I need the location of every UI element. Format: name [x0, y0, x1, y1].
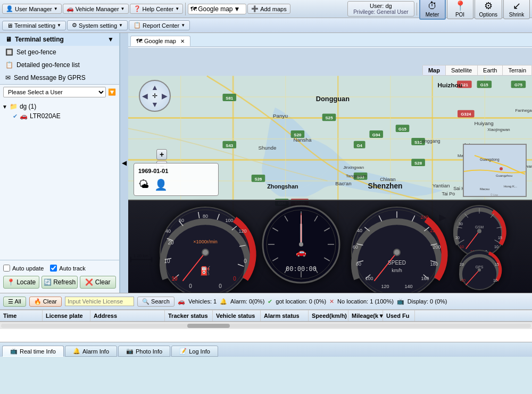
nav-center-icon: ✛ — [152, 92, 157, 100]
user-filter-icon[interactable]: 🔽 — [108, 88, 116, 96]
map-type-earth[interactable]: Earth — [478, 65, 503, 75]
map-type-map[interactable]: Map — [423, 65, 446, 75]
svg-text:100: 100 — [225, 218, 233, 223]
zoom-in-btn[interactable]: + — [156, 149, 167, 160]
svg-text:60: 60 — [178, 218, 184, 223]
speed-label: SPEED — [388, 260, 406, 266]
nav-left-btn[interactable]: ◀ — [142, 92, 148, 100]
left-panel: 🖥 Terminal setting ▼ 🔲 Set geo-fence 📋 D… — [0, 33, 120, 293]
svg-text:10: 10 — [171, 276, 178, 282]
auto-update-input[interactable] — [3, 265, 10, 272]
help-center-btn[interactable]: ❓ Help Center ▼ — [130, 4, 184, 14]
auto-update-checkbox[interactable]: Auto update — [3, 265, 44, 272]
user-select-dropdown[interactable]: Please Select a User — [3, 87, 106, 97]
scrollbar-thumb[interactable] — [187, 324, 230, 328]
tab-photo-info[interactable]: 📷 Photo Info — [118, 346, 170, 357]
locate-btn[interactable]: 📍 Locate — [3, 276, 39, 289]
system-setting-btn[interactable]: ⚙ System setting ▼ — [67, 20, 128, 30]
auto-track-input[interactable] — [50, 265, 57, 272]
meter-btn[interactable]: ⏱ Meter — [419, 0, 446, 20]
bottom-controls: Auto update Auto track 📍 Locate 🔄 Refres… — [0, 260, 119, 293]
status-clear-icon: 🔥 — [34, 298, 41, 305]
col-vehicle: Vehicle status — [213, 310, 261, 321]
clear-btn[interactable]: ❌ Clear — [80, 276, 116, 289]
terminal-setting-btn[interactable]: 🖥 Terminal setting ▼ — [2, 21, 66, 30]
tab-alarm-info[interactable]: 🔔 Alarm Info — [65, 346, 117, 357]
help-icon: ❓ — [134, 5, 141, 12]
user-manager-btn[interactable]: 👤 User Manager ▼ — [2, 4, 62, 14]
svg-text:40: 40 — [356, 228, 362, 233]
tab-log-info[interactable]: 📝 Log Info — [171, 346, 218, 357]
svg-text:Huiyang: Huiyang — [475, 120, 494, 126]
tree-root[interactable]: ▼ 📁 dg (1) — [2, 102, 117, 111]
weather-icon: 🌤 — [138, 178, 149, 191]
vehicle-icon: 🚗 — [178, 298, 185, 305]
status-clear-btn[interactable]: 🔥 Clear — [29, 297, 62, 307]
status-search-icon: 🔍 — [142, 298, 149, 305]
map-tab[interactable]: 🗺 Google map ✕ — [130, 36, 190, 46]
display-icon: 📺 — [397, 298, 404, 305]
tree-expand-icon: ▼ — [2, 104, 7, 110]
status-info: 🚗 Vehicles: 1 🔔 Alarm: 0(0%) ✔ got locat… — [178, 298, 447, 305]
send-message-item[interactable]: ✉ Send Message By GPRS — [0, 71, 119, 84]
report-dropdown-icon: ▼ — [181, 23, 185, 28]
map-select[interactable]: 🗺 Google map ▼ — [188, 4, 246, 14]
mini-map-svg: Guangdong Guangzhou Hong K... Macau © Us… — [464, 145, 527, 197]
locate-icon: 📍 — [7, 278, 15, 286]
map-type-terrain[interactable]: Terrain — [503, 65, 531, 75]
terminal-setting-dropdown[interactable]: 🖥 Terminal setting ▼ — [0, 33, 119, 46]
second-toolbar: 🖥 Terminal setting ▼ ⚙ System setting ▼ … — [0, 18, 532, 33]
checkbox-row: Auto update Auto track — [3, 265, 116, 272]
geo-fence-item[interactable]: 🔲 Set geo-fence — [0, 46, 119, 59]
svg-text:15: 15 — [495, 262, 499, 266]
nav-down-btn[interactable]: ▼ — [151, 100, 159, 109]
center-gauge-svg: 🚗 00:00:00 — [259, 202, 344, 292]
svg-text:0: 0 — [244, 258, 247, 264]
svg-text:Jinxingwan: Jinxingwan — [343, 165, 364, 170]
scrollbar[interactable] — [0, 322, 532, 329]
system-icon: ⚙ — [72, 22, 77, 29]
vehicle-license-input[interactable] — [65, 297, 134, 306]
svg-text:20: 20 — [460, 262, 464, 266]
tree-child[interactable]: ✔ 🚗 LTR020AE — [2, 111, 117, 121]
svg-text:0: 0 — [189, 283, 192, 289]
terminal-expand-icon: ▼ — [107, 36, 114, 43]
scrollbar-track — [1, 324, 531, 328]
svg-text:G324: G324 — [461, 112, 471, 117]
tab-real-info[interactable]: 📺 Real time Info — [2, 346, 64, 357]
add-maps-icon: ➕ — [251, 5, 259, 12]
add-maps-btn[interactable]: ➕ Add maps — [247, 4, 290, 14]
map-type-satellite[interactable]: Satellite — [446, 65, 478, 75]
panel-collapse-handle[interactable]: ◀ — [120, 33, 128, 293]
map-tab-icon: 🗺 — [136, 38, 142, 44]
options-btn[interactable]: ⚙ Options — [475, 0, 502, 19]
svg-text:20: 20 — [455, 236, 460, 240]
nav-control: ▲ ▼ ◀ ▶ ✛ + − — [139, 80, 171, 112]
svg-text:0: 0 — [219, 283, 222, 289]
svg-text:Macau: Macau — [480, 187, 489, 191]
detailed-geo-fence-item[interactable]: 📋 Detailed geo-fence list — [0, 59, 119, 71]
detailed-fence-icon: 📋 — [5, 61, 13, 69]
nav-up-btn[interactable]: ▲ — [151, 83, 159, 92]
no-location-icon: ✕ — [329, 298, 334, 305]
auto-track-checkbox[interactable]: Auto track — [50, 265, 86, 272]
vehicle-manager-btn[interactable]: 🚗 Vehicle Manager ▼ — [63, 4, 129, 14]
terminal-icon: 🖥 — [7, 22, 13, 29]
col-fuel: Used Fu — [383, 310, 415, 321]
svg-text:10: 10 — [493, 278, 497, 282]
report-center-btn[interactable]: 📋 Report Center ▼ — [129, 20, 190, 30]
map-background: S81 S25 S20 S43 G4 G94 G15 S31 S28 S33 — [128, 48, 532, 293]
nav-right-btn[interactable]: ▶ — [162, 92, 168, 100]
map-tab-close-icon[interactable]: ✕ — [180, 38, 185, 44]
status-search-btn[interactable]: 🔍 Search — [137, 297, 174, 307]
poi-btn[interactable]: 📍 POI — [447, 0, 473, 19]
gps-gsm-gauge-svg: 30 20 10 10 0 10 15 GSM 20 — [450, 202, 509, 292]
svg-text:G94: G94 — [372, 133, 381, 137]
shrink-btn[interactable]: ↙ Shrink — [503, 0, 530, 19]
svg-text:10: 10 — [461, 278, 466, 282]
svg-text:10: 10 — [164, 258, 170, 264]
map-select-arrow: ▼ — [234, 5, 240, 13]
all-btn[interactable]: ☰ All — [3, 297, 26, 307]
action-btn-row: 📍 Locate 🔄 Refresh ❌ Clear — [3, 276, 116, 289]
refresh-btn[interactable]: 🔄 Refresh — [41, 276, 78, 289]
